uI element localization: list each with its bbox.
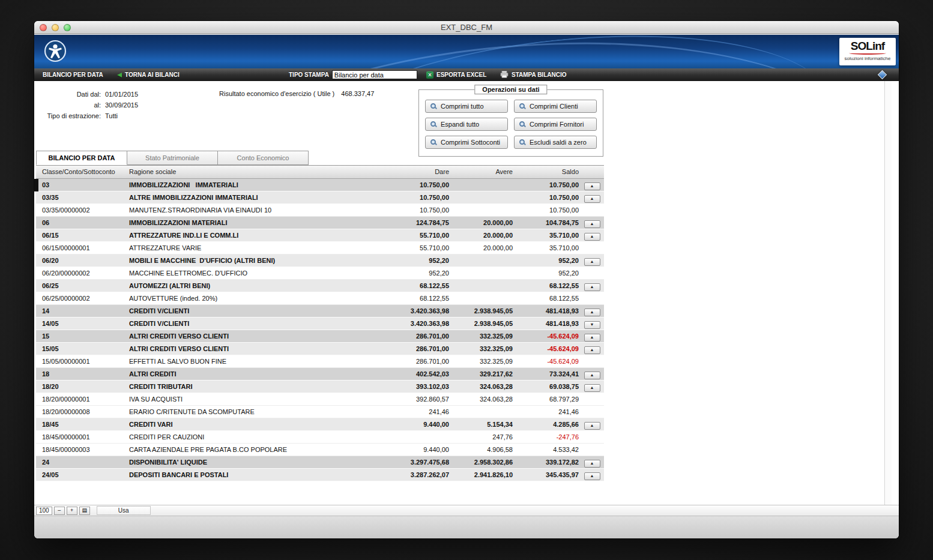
table-row[interactable]: 03/35/00000002MANUTENZ.STRAORDINARIA VIA… xyxy=(36,204,604,217)
collapse-row-button[interactable]: ▲ xyxy=(584,233,600,241)
table-row[interactable]: 14CREDITI V/CLIENTI3.420.363,982.938.945… xyxy=(36,305,604,318)
table-row[interactable]: 14/05CREDITI V/CLIENTI3.420.363,982.938.… xyxy=(36,318,604,330)
row-dare: 124.784,75 xyxy=(336,217,450,229)
row-dare: 10.750,00 xyxy=(336,204,450,216)
collapse-row-button[interactable]: ▲ xyxy=(584,422,600,430)
op-button-label: Espandi tutto xyxy=(441,121,479,128)
row-saldo: 104.784,75 xyxy=(514,217,580,229)
table-row[interactable]: 15/05/00000001EFFETTI AL SALVO BUON FINE… xyxy=(36,355,604,368)
collapse-row-button[interactable]: ▲ xyxy=(584,346,600,354)
row-saldo: 481.418,93 xyxy=(514,318,580,330)
collapse-row-button[interactable]: ▲ xyxy=(584,334,600,342)
zoom-out-button[interactable]: – xyxy=(54,507,65,515)
row-name: DEPOSITI BANCARI E POSTALI xyxy=(129,469,336,481)
comprimi-clienti-button[interactable]: Comprimi Clienti xyxy=(514,100,597,113)
solinf-logo-text: SOLinf xyxy=(839,41,896,52)
row-actions xyxy=(580,292,604,304)
row-actions xyxy=(580,267,604,279)
esporta-excel-button[interactable]: ESPORTA EXCEL xyxy=(426,68,486,81)
table-row[interactable]: 06/15ATTREZZATURE IND.LI E COMM.LI55.710… xyxy=(36,229,604,242)
row-code: 18/45/00000003 xyxy=(36,444,129,456)
tab-stato-patrimoniale[interactable]: Stato Patrimoniale xyxy=(127,151,218,165)
row-actions: ▲ xyxy=(580,191,604,203)
collapse-row-button[interactable]: ▲ xyxy=(584,384,600,392)
row-code: 18/20/00000001 xyxy=(36,393,129,405)
expand-row-button[interactable]: ▼ xyxy=(584,321,600,329)
window-titlebar[interactable]: EXT_DBC_FM xyxy=(34,21,899,34)
mode-popup[interactable]: Usa xyxy=(97,506,151,515)
tab-bilancio-per-data[interactable]: BILANCIO PER DATA xyxy=(36,151,127,165)
table-row[interactable]: 18/45CREDITI VARI9.440,005.154,344.285,6… xyxy=(36,418,604,431)
row-dare: 55.710,00 xyxy=(336,229,450,241)
table-row[interactable]: 18/45/00000001CREDITI PER CAUZIONI247,76… xyxy=(36,431,604,444)
vertical-scrollbar[interactable] xyxy=(884,81,892,505)
row-saldo: -45.624,09 xyxy=(514,343,580,355)
comprimi-tutto-button[interactable]: Comprimi tutto xyxy=(425,100,508,113)
table-row[interactable]: 18/20/00000008ERARIO C/RITENUTE DA SCOMP… xyxy=(36,406,604,418)
table-row[interactable]: 24DISPONIBILITA' LIQUIDE3.297.475,682.95… xyxy=(36,456,604,469)
row-avere xyxy=(450,267,514,279)
column-header-actions xyxy=(580,166,604,178)
zoom-level-box[interactable]: 100 xyxy=(36,507,52,515)
torna-ai-bilanci-button[interactable]: TORNA AI BILANCI xyxy=(117,68,180,81)
column-header-avere: Avere xyxy=(450,166,514,178)
operazioni-su-dati-title: Operazioni su dati xyxy=(474,85,547,94)
row-avere: 2.941.826,10 xyxy=(450,469,514,481)
row-saldo: 10.750,00 xyxy=(514,179,580,191)
table-row[interactable]: 06/20MOBILI E MACCHINE D'UFFICIO (ALTRI … xyxy=(36,254,604,267)
table-row[interactable]: 18/20CREDITI TRIBUTARI393.102,03324.063,… xyxy=(36,381,604,393)
table-row[interactable]: 06/25/00000002AUTOVETTURE (inded. 20%)68… xyxy=(36,292,604,305)
collapse-row-button[interactable]: ▲ xyxy=(584,460,600,468)
collapse-row-button[interactable]: ▲ xyxy=(584,220,600,228)
table-row[interactable]: 03/35ALTRE IMMOBILIZZAZIONI IMMATERIALI1… xyxy=(36,191,604,204)
table-row[interactable]: 24/05DEPOSITI BANCARI E POSTALI3.287.262… xyxy=(36,469,604,481)
zoom-in-button[interactable]: + xyxy=(67,507,77,515)
help-diamond-button[interactable] xyxy=(879,68,886,81)
row-code: 06/25 xyxy=(36,280,129,292)
table-row[interactable]: 18ALTRI CREDITI402.542,03329.217,6273.32… xyxy=(36,368,604,381)
table-row[interactable]: 03IMMOBILIZZAZIONI IMMATERIALI10.750,001… xyxy=(36,179,604,191)
row-dare: 286.701,00 xyxy=(336,330,450,342)
collapse-row-button[interactable]: ▲ xyxy=(584,309,600,316)
operazioni-buttons-grid: Comprimi tuttoComprimi ClientiEspandi tu… xyxy=(419,90,603,149)
row-dare: 952,20 xyxy=(336,267,450,279)
row-saldo: 68.122,55 xyxy=(514,292,580,304)
stampa-bilancio-button[interactable]: STAMPA BILANCIO xyxy=(500,68,566,81)
table-row[interactable]: 15/05ALTRI CREDITI VERSO CLIENTI286.701,… xyxy=(36,343,604,355)
row-dare: 10.750,00 xyxy=(336,191,450,203)
table-header-row: Classe/Conto/SottocontoRagione socialeDa… xyxy=(36,165,604,179)
magnifier-icon xyxy=(519,121,526,128)
row-avere: 332.325,09 xyxy=(450,355,514,367)
tab-conto-economico[interactable]: Conto Economico xyxy=(217,151,309,165)
row-saldo: 952,20 xyxy=(514,254,580,266)
espandi-tutto-button[interactable]: Espandi tutto xyxy=(425,118,508,131)
comprimi-sottoconti-button[interactable]: Comprimi Sottoconti xyxy=(425,136,508,149)
op-button-label: Comprimi Clienti xyxy=(530,103,578,110)
table-row[interactable]: 06IMMOBILIZZAZIONI MATERIALI124.784,7520… xyxy=(36,217,604,229)
row-actions: ▲ xyxy=(580,280,604,292)
collapse-row-button[interactable]: ▲ xyxy=(584,472,600,480)
collapse-row-button[interactable]: ▲ xyxy=(584,195,600,203)
row-dare: 3.420.363,98 xyxy=(336,305,450,317)
collapse-row-button[interactable]: ▲ xyxy=(584,258,600,266)
table-row[interactable]: 06/25AUTOMEZZI (ALTRI BENI)68.122,5568.1… xyxy=(36,280,604,292)
row-code: 24 xyxy=(36,456,129,468)
al-label: al: xyxy=(39,101,101,109)
table-row[interactable]: 18/20/00000001IVA SU ACQUISTI392.860,573… xyxy=(36,393,604,406)
collapse-row-button[interactable]: ▲ xyxy=(584,182,600,190)
zoom-window-button[interactable] xyxy=(64,24,71,31)
table-row[interactable]: 06/20/00000002MACCHINE ELETTROMEC. D'UFF… xyxy=(36,267,604,280)
table-row[interactable]: 18/45/00000003CARTA AZIENDALE PRE PAGATA… xyxy=(36,444,604,456)
close-window-button[interactable] xyxy=(40,24,47,31)
collapse-row-button[interactable]: ▲ xyxy=(584,372,600,379)
table-row[interactable]: 06/15/00000001ATTREZZATURE VARIE55.710,0… xyxy=(36,242,604,254)
minimize-window-button[interactable] xyxy=(52,24,59,31)
row-saldo: 339.172,82 xyxy=(514,456,580,468)
layout-mode-icon-button[interactable]: ▤ xyxy=(79,507,90,515)
table-row[interactable]: 15ALTRI CREDITI VERSO CLIENTI286.701,003… xyxy=(36,330,604,343)
comprimi-fornitori-button[interactable]: Comprimi Fornitori xyxy=(514,118,597,131)
tipo-stampa-input[interactable] xyxy=(332,70,417,79)
escludi-saldi-a-zero-button[interactable]: Escludi saldi a zero xyxy=(514,136,597,149)
collapse-row-button[interactable]: ▲ xyxy=(584,283,600,291)
row-name: ALTRE IMMOBILIZZAZIONI IMMATERIALI xyxy=(129,191,336,203)
